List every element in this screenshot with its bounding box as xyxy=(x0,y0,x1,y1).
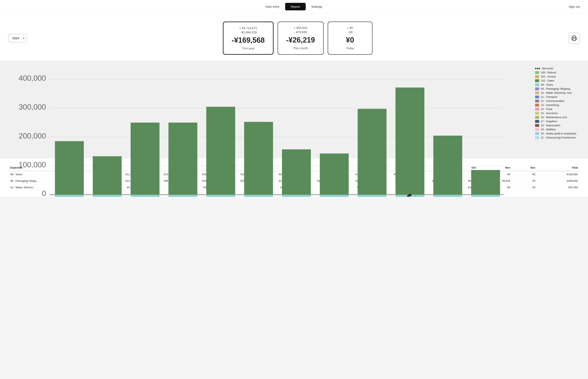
svg-rect-101 xyxy=(471,195,500,197)
summary-cards: + ¥2,714,671 - ¥2,884,239 -¥169,568 This… xyxy=(33,22,562,55)
svg-rect-57 xyxy=(244,195,273,197)
svg-rect-70 xyxy=(320,154,349,195)
chart-area: 400,000 300,000 200,000 100,000 0 -100,0… xyxy=(0,61,588,158)
card-this-year-label: This year xyxy=(232,47,265,50)
legend-color-17 xyxy=(535,120,539,123)
legend-16: 16 - Maintenance cost xyxy=(535,116,580,119)
legend-dashed-icon xyxy=(535,68,540,69)
table-cell-value: ¥20,356 xyxy=(537,184,580,191)
svg-rect-42 xyxy=(168,123,197,195)
svg-rect-79 xyxy=(358,195,386,197)
legend-color-19 xyxy=(535,128,539,131)
legend-color-18 xyxy=(535,124,539,127)
svg-rect-64 xyxy=(282,195,311,197)
legend-color-16 xyxy=(535,116,539,119)
legend-color-11 xyxy=(535,95,539,98)
legend-100: 100 - Refund xyxy=(535,71,580,74)
legend-17: 17 - Suppliers xyxy=(535,120,580,123)
nav-report[interactable]: Report xyxy=(285,3,306,10)
svg-rect-30 xyxy=(93,195,122,197)
legend-net-worth: Net worth xyxy=(535,67,580,70)
legend-color-100 xyxy=(535,71,539,74)
svg-rect-22 xyxy=(55,141,84,195)
svg-rect-56 xyxy=(244,122,273,195)
legend-color-102 xyxy=(535,79,539,82)
summary-area: 2022 2023 2024 + ¥2,714,671 - ¥2,884,239… xyxy=(0,14,588,61)
svg-text:100,000: 100,000 xyxy=(19,160,46,169)
svg-rect-36 xyxy=(131,123,160,195)
svg-text:300,000: 300,000 xyxy=(19,103,46,111)
legend-102: 102 - Sales xyxy=(535,79,580,82)
legend-color-20 xyxy=(535,132,539,135)
card-this-month-label: This month xyxy=(286,46,315,50)
col-total: Total xyxy=(537,164,580,171)
legend-color-12 xyxy=(535,100,539,102)
svg-rect-100 xyxy=(471,170,500,195)
chart-legend: Net worth 100 - Refund 101 - Invoice 102… xyxy=(535,67,580,140)
legend-12: 12 - Communication xyxy=(535,99,580,102)
legend-19: 19 - Wellfare xyxy=(535,128,580,131)
svg-rect-23 xyxy=(55,195,84,197)
legend-color-09 xyxy=(535,87,539,90)
legend-08: 08 - Taxes xyxy=(535,83,580,86)
svg-rect-29 xyxy=(93,156,122,195)
nav-settings[interactable]: Settings xyxy=(306,3,328,10)
card-today-expense: - ¥0 xyxy=(336,30,364,34)
legend-color-15 xyxy=(535,112,539,115)
legend-20: 20 - Salary (paid to employee) xyxy=(535,132,580,135)
legend-color-13 xyxy=(535,104,539,107)
legend-09: 09 - Packaging/ Shipping xyxy=(535,87,580,90)
print-button[interactable] xyxy=(569,32,580,44)
nav-new-entry[interactable]: New entry xyxy=(260,3,285,10)
svg-rect-43 xyxy=(168,195,197,197)
year-selector[interactable]: 2022 2023 2024 xyxy=(8,34,27,42)
svg-rect-78 xyxy=(358,109,386,195)
legend-21: 21 - Outsourcing/ Freelancers xyxy=(535,136,580,139)
card-this-year: + ¥2,714,671 - ¥2,884,239 -¥169,568 This… xyxy=(223,22,273,55)
svg-text:200,000: 200,000 xyxy=(19,132,46,140)
year-selector-wrapper: 2022 2023 2024 xyxy=(8,34,27,42)
card-this-year-total: -¥169,568 xyxy=(232,36,265,45)
card-this-month-income: + ¥53,620 xyxy=(286,26,315,30)
svg-rect-0 xyxy=(573,39,576,40)
legend-101: 101 - Invoice xyxy=(535,75,580,78)
svg-rect-63 xyxy=(282,149,311,195)
nav-links: New entry Report Settings xyxy=(260,3,328,10)
svg-rect-93 xyxy=(433,195,462,197)
svg-rect-50 xyxy=(206,195,235,197)
legend-18: 18 - Deprecation xyxy=(535,124,580,127)
svg-rect-37 xyxy=(131,195,160,197)
table-cell-value: ¥106,800 xyxy=(537,171,580,178)
svg-rect-71 xyxy=(320,195,349,197)
legend-color-101 xyxy=(535,75,539,78)
legend-color-08 xyxy=(535,83,539,86)
legend-10: 10 - Water, Electricity, Gas xyxy=(535,91,580,94)
card-today-label: Today xyxy=(336,46,364,50)
svg-rect-49 xyxy=(206,107,235,195)
chart-wrapper: 400,000 300,000 200,000 100,000 0 -100,0… xyxy=(8,67,531,152)
card-this-year-income: + ¥2,714,671 xyxy=(232,26,265,30)
table-cell-value: ¥208,856 xyxy=(537,178,580,184)
legend-13: 13 - Advertising xyxy=(535,104,580,107)
svg-text:0: 0 xyxy=(42,189,46,197)
card-this-month-expense: - ¥79,839 xyxy=(286,30,315,34)
card-this-month-total: -¥26,219 xyxy=(286,36,315,44)
legend-color-14 xyxy=(535,108,539,111)
legend-11: 11 - Transport xyxy=(535,95,580,98)
bar-chart-svg: 400,000 300,000 200,000 100,000 0 -100,0… xyxy=(8,67,531,197)
card-this-year-expense: - ¥2,884,239 xyxy=(232,31,265,34)
legend-14: 14 - Food xyxy=(535,108,580,111)
legend-color-21 xyxy=(535,136,539,139)
navbar: New entry Report Settings Sign out xyxy=(0,0,588,14)
card-today-income: + ¥0 xyxy=(336,26,364,30)
chart-container: 400,000 300,000 200,000 100,000 0 -100,0… xyxy=(8,67,580,152)
legend-color-10 xyxy=(535,92,539,94)
legend-15: 15 - Insurance xyxy=(535,112,580,115)
svg-text:400,000: 400,000 xyxy=(19,74,46,82)
signout-button[interactable]: Sign out xyxy=(569,5,580,8)
card-today-total: ¥0 xyxy=(336,36,364,44)
svg-rect-85 xyxy=(395,87,424,195)
card-this-month: + ¥53,620 - ¥79,839 -¥26,219 This month xyxy=(278,22,324,55)
svg-rect-92 xyxy=(433,136,462,195)
card-today: + ¥0 - ¥0 ¥0 Today xyxy=(328,22,372,55)
